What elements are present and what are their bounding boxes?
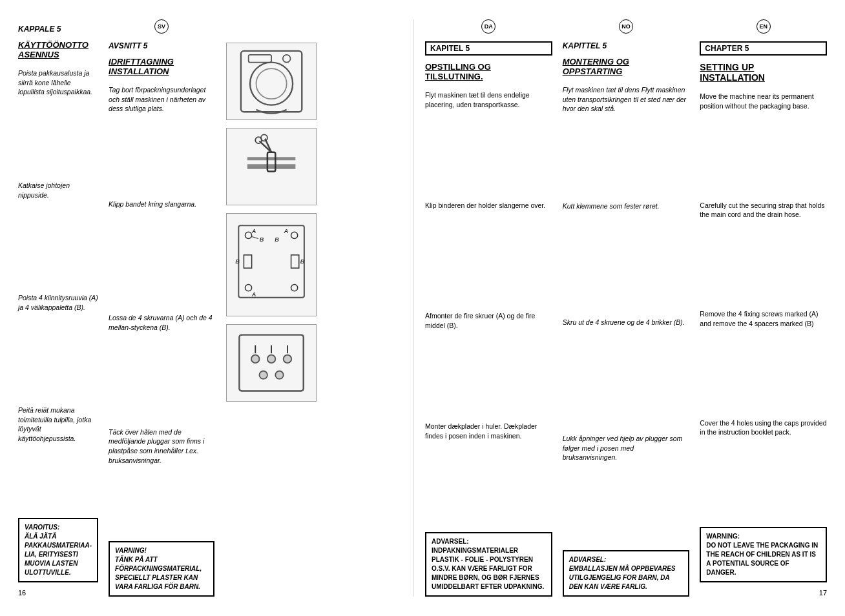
da-step3: Afmonter de fire skruer (A) og de fire m…: [425, 311, 552, 410]
no-header: NO: [563, 19, 690, 36]
da-flag: DA: [481, 19, 496, 34]
column-images: A A A B B B B: [220, 19, 323, 597]
svg-point-30: [275, 371, 283, 378]
svg-text:A: A: [251, 291, 256, 298]
column-sv: SV AVSNITT 5 IDRIFTTAGNING INSTALLATION …: [103, 19, 220, 597]
sv-title: IDRIFTTAGNING INSTALLATION: [109, 57, 214, 76]
da-warning: ADVARSEL: INDPAKNINGSMATERIA­LER PLASTIK…: [425, 532, 552, 597]
no-title: MONTERING OG OPPSTARTING: [563, 57, 690, 76]
image-scissors: [226, 128, 317, 205]
image-washer: [226, 43, 317, 120]
sv-chapter: AVSNITT 5: [109, 41, 214, 50]
column-en: EN CHAPTER 5 SETTING UP INSTALLATION Mov…: [694, 19, 832, 597]
caps-illustration: [231, 329, 311, 397]
sv-header: SV: [109, 19, 214, 36]
fi-title: KÄYTTÖÖNOTTO ASENNUS: [18, 40, 98, 59]
en-step4: Cover the 4 holes using the caps provide…: [700, 418, 827, 516]
svg-point-9: [261, 134, 267, 141]
fi-step2: Katkaise johtojen nippuside.: [18, 181, 98, 282]
da-step1: Flyt maskinen tæt til dens endelige plac…: [425, 90, 552, 189]
fi-step1: Poista pakkausalusta ja siirrä kone lähe…: [18, 68, 98, 169]
da-step4: Monter dækplader i huler. Dækplader find…: [425, 422, 552, 520]
da-header: DA: [425, 19, 552, 36]
svg-point-27: [267, 355, 275, 363]
scissors-illustration: [231, 132, 311, 201]
no-step3: Skru ut de 4 skruene og de 4 brikker (B)…: [563, 318, 690, 422]
svg-point-29: [259, 371, 267, 378]
fi-step4: Peitä reiät mukana toimitetuilla tulpill…: [18, 406, 98, 506]
svg-text:A: A: [283, 228, 288, 234]
page-number-right: 17: [700, 582, 827, 597]
right-page: DA KAPITEL 5 OPSTILLING OG TILSLUTNING. …: [413, 19, 832, 597]
fi-step3: Poista 4 kiinnitysruuvia (A) ja 4 välika…: [18, 293, 98, 394]
no-flag: NO: [619, 19, 633, 34]
da-chapter: KAPITEL 5: [425, 41, 552, 56]
image-screws: A A A B B B B: [226, 213, 317, 316]
svg-line-22: [252, 236, 258, 238]
no-step2: Kutt klemmene som fester røret.: [563, 201, 690, 306]
sv-warning: VARNING! TÄNK PÅ ATT FÖRPACKNINGSMATE­RI…: [109, 541, 214, 597]
en-title: SETTING UP INSTALLATION: [700, 62, 827, 83]
sv-step2: Klipp bandet kring slangarna.: [109, 200, 214, 302]
en-step2: Carefully cut the securing strap that ho…: [700, 201, 827, 298]
column-da: DA KAPITEL 5 OPSTILLING OG TILSLUTNING. …: [420, 19, 558, 597]
svg-rect-18: [244, 255, 251, 268]
column-fi: KAPPALE 5 KÄYTTÖÖNOTTO ASENNUS Poista pa…: [13, 19, 103, 597]
svg-point-13: [291, 232, 298, 238]
screws-illustration: A A A B B B B: [231, 219, 311, 311]
svg-point-2: [256, 68, 286, 99]
svg-rect-3: [249, 55, 271, 63]
fi-warning: VAROITUS: ÄLÄ JÄTÄ PAKKAUSMATERIAA­LIA, …: [18, 518, 98, 582]
no-step1: Flyt maskinen tæt til dens Flytt maskine…: [563, 85, 690, 190]
en-warning: WARNING: DO NOT LEAVE THE PACKAGING IN T…: [700, 527, 827, 582]
svg-point-28: [284, 355, 291, 363]
svg-text:A: A: [251, 228, 256, 234]
svg-point-26: [251, 355, 259, 363]
page-spread: KAPPALE 5 KÄYTTÖÖNOTTO ASENNUS Poista pa…: [0, 0, 845, 616]
sv-step4: Täck över hålen med de medföljande plugg…: [109, 427, 214, 530]
svg-point-11: [245, 232, 251, 238]
en-step1: Move the machine near its permanent posi…: [700, 92, 827, 189]
en-header: EN: [700, 19, 827, 36]
svg-rect-20: [291, 255, 299, 268]
en-chapter: CHAPTER 5: [700, 41, 827, 56]
svg-point-17: [291, 284, 298, 291]
da-step2: Klip binderen der holder slangerne over.: [425, 201, 552, 300]
da-title: OPSTILLING OG TILSLUTNING.: [425, 62, 552, 81]
no-warning: ADVARSEL: EMBALLASJEN MÅ OPPBEVARES UTIL…: [563, 550, 690, 597]
fi-chapter: KAPPALE 5: [18, 25, 98, 34]
sv-flag: SV: [154, 19, 169, 34]
no-chapter: KAPITTEL 5: [563, 41, 690, 50]
image-caps: [226, 324, 317, 402]
svg-text:B: B: [260, 236, 264, 242]
sv-step1: Tag bort förpackningsunderlaget och stäl…: [109, 85, 214, 188]
en-step3: Remove the 4 fixing screws marked (A) an…: [700, 309, 827, 407]
svg-text:B: B: [300, 258, 305, 265]
svg-text:B: B: [275, 236, 279, 242]
washer-illustration: [231, 47, 311, 116]
svg-point-4: [283, 55, 291, 63]
svg-point-15: [245, 284, 251, 291]
svg-text:B: B: [235, 258, 240, 265]
sv-step3: Lossa de 4 skruvarna (A) och de 4 mellan…: [109, 313, 214, 416]
svg-rect-10: [238, 225, 304, 298]
en-flag: EN: [756, 19, 771, 34]
no-step4: Lukk åpninger ved hjelp av plugger som f…: [563, 434, 690, 539]
page-number-left: 16: [18, 582, 98, 597]
column-no: NO KAPITTEL 5 MONTERING OG OPPSTARTING F…: [558, 19, 695, 597]
left-page: KAPPALE 5 KÄYTTÖÖNOTTO ASENNUS Poista pa…: [13, 19, 413, 597]
